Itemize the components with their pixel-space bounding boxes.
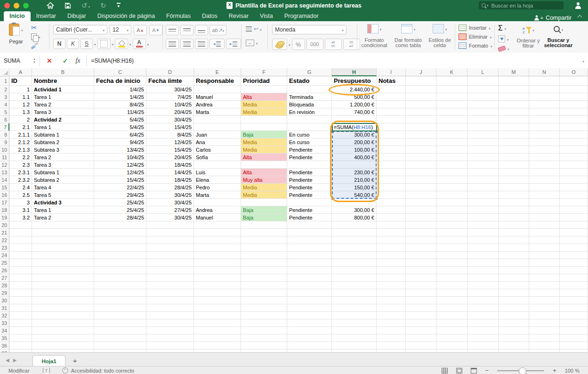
row-header-17[interactable]: 17 [0, 199, 9, 206]
cell-D2[interactable]: 30/4/25 [146, 86, 194, 93]
align-top-button[interactable] [166, 25, 179, 35]
cell-K18[interactable] [436, 206, 467, 214]
cell-N35[interactable] [529, 334, 560, 342]
cell-L14[interactable] [467, 176, 499, 184]
cell-A18[interactable]: 3.1 [9, 206, 32, 214]
cell-D25[interactable] [146, 259, 194, 267]
tab-inicio[interactable]: Inicio [4, 11, 31, 21]
cell-A34[interactable] [9, 327, 32, 334]
cell-C16[interactable]: 29/4/25 [94, 191, 146, 199]
cell-I1[interactable]: Notas [377, 76, 406, 86]
cell-O16[interactable] [560, 191, 588, 199]
cell-C14[interactable]: 15/4/25 [94, 176, 146, 184]
name-box[interactable]: SUMA [0, 57, 33, 64]
cell-H1[interactable]: Presupuesto [332, 76, 377, 86]
row-header-18[interactable]: 18 [0, 206, 9, 214]
cell-G22[interactable] [287, 236, 332, 244]
cell-K9[interactable] [436, 138, 467, 146]
cell-C34[interactable] [94, 327, 146, 334]
cell-A28[interactable] [9, 282, 32, 289]
cell-M14[interactable] [499, 176, 529, 184]
cell-K30[interactable] [436, 297, 467, 304]
cell-M24[interactable] [499, 252, 529, 259]
cell-M1[interactable] [499, 76, 529, 86]
cell-O21[interactable] [560, 229, 588, 236]
cell-E16[interactable]: Marta [194, 191, 241, 199]
cell-F26[interactable] [241, 267, 287, 274]
cell-J16[interactable] [406, 191, 436, 199]
cell-F19[interactable]: Baja [241, 214, 287, 221]
cell-G14[interactable]: Pendiente [287, 176, 332, 184]
align-center-button[interactable] [180, 39, 193, 49]
cell-J20[interactable] [406, 221, 436, 229]
cell-D16[interactable]: 30/4/25 [146, 191, 194, 199]
column-header-I[interactable]: I [377, 68, 406, 76]
cell-D7[interactable]: 15/4/25 [146, 123, 194, 131]
cell-K14[interactable] [436, 176, 467, 184]
cell-F27[interactable] [241, 274, 287, 282]
cell-F29[interactable] [241, 289, 287, 297]
cell-E20[interactable] [194, 221, 241, 229]
cell-J34[interactable] [406, 327, 436, 334]
cancel-entry-button[interactable]: ✕ [47, 57, 52, 65]
cell-I5[interactable] [377, 108, 406, 116]
cell-D26[interactable] [146, 267, 194, 274]
column-header-F[interactable]: F [241, 68, 287, 76]
cell-G34[interactable] [287, 327, 332, 334]
cell-C36[interactable] [94, 342, 146, 350]
cell-M21[interactable] [499, 229, 529, 236]
grow-font-button[interactable]: A▲ [134, 25, 147, 35]
cell-B31[interactable] [32, 304, 94, 312]
cell-C22[interactable] [94, 236, 146, 244]
cell-B28[interactable] [32, 282, 94, 289]
cell-F34[interactable] [241, 327, 287, 334]
cell-F3[interactable]: Alta [241, 93, 287, 101]
cell-E25[interactable] [194, 259, 241, 267]
cell-D21[interactable] [146, 229, 194, 236]
cell-I9[interactable] [377, 138, 406, 146]
cell-O25[interactable] [560, 259, 588, 267]
column-header-C[interactable]: C [94, 68, 146, 76]
row-header-11[interactable]: 11 [0, 154, 9, 161]
cell-M13[interactable] [499, 169, 529, 176]
cell-B9[interactable]: Subtarea 2 [32, 138, 94, 146]
borders-dropdown-icon[interactable] [112, 41, 114, 47]
cell-A19[interactable]: 3.2 [9, 214, 32, 221]
cell-N33[interactable] [529, 319, 560, 327]
cell-F2[interactable] [241, 86, 287, 93]
conditional-formatting-button[interactable]: Formato condicional [360, 24, 389, 48]
cell-I10[interactable] [377, 146, 406, 154]
cell-M9[interactable] [499, 138, 529, 146]
column-header-M[interactable]: M [499, 68, 529, 76]
cell-D10[interactable]: 15/4/25 [146, 146, 194, 154]
cell-B29[interactable] [32, 289, 94, 297]
cell-G23[interactable] [287, 244, 332, 252]
cell-G21[interactable] [287, 229, 332, 236]
cell-B11[interactable]: Tarea 2 [32, 154, 94, 161]
cell-J29[interactable] [406, 289, 436, 297]
cell-L4[interactable] [467, 101, 499, 108]
row-header-23[interactable]: 23 [0, 244, 9, 252]
cell-K10[interactable] [436, 146, 467, 154]
cell-I26[interactable] [377, 267, 406, 274]
cell-E17[interactable] [194, 199, 241, 206]
number-format-select[interactable]: Moneda [272, 25, 346, 34]
cell-K34[interactable] [436, 327, 467, 334]
cell-A6[interactable]: 2 [9, 116, 32, 123]
cell-H34[interactable] [332, 327, 377, 334]
select-all-corner[interactable] [0, 68, 9, 76]
cell-B18[interactable]: Tarea 1 [32, 206, 94, 214]
cell-K19[interactable] [436, 214, 467, 221]
cell-L16[interactable] [467, 191, 499, 199]
cell-C3[interactable]: 1/4/25 [94, 93, 146, 101]
cell-N3[interactable] [529, 93, 560, 101]
search-input[interactable] [491, 2, 549, 9]
cell-O34[interactable] [560, 327, 588, 334]
cell-I4[interactable] [377, 101, 406, 108]
row-header-8[interactable]: 8 [0, 131, 9, 138]
cell-B30[interactable] [32, 297, 94, 304]
cell-A35[interactable] [9, 334, 32, 342]
cell-O22[interactable] [560, 236, 588, 244]
cell-M26[interactable] [499, 267, 529, 274]
cell-A11[interactable]: 2.2 [9, 154, 32, 161]
